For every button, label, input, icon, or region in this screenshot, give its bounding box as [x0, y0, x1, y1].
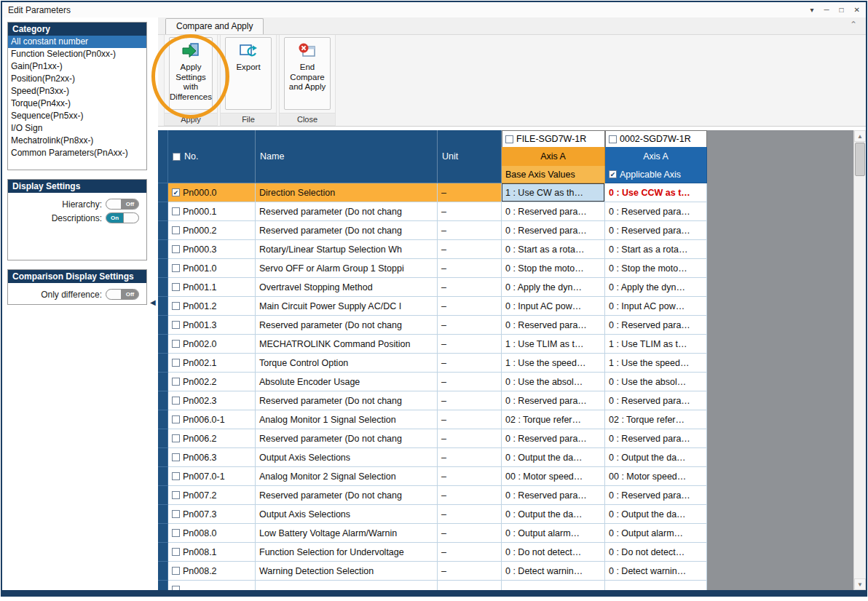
scrollbar-thumb[interactable]: [855, 143, 865, 176]
sidebar-collapse-icon[interactable]: ◀: [150, 298, 156, 306]
row-file-value-cell[interactable]: 0 : Reserved para…: [502, 202, 605, 221]
scroll-down-icon[interactable]: ▼: [854, 578, 866, 590]
row-device-value-cell[interactable]: [605, 581, 707, 590]
row-device-value-cell[interactable]: 0 : Use CCW as t…: [605, 183, 707, 202]
row-device-value-cell[interactable]: 0 : Output the da…: [605, 505, 707, 524]
row-checkbox[interactable]: [172, 548, 180, 556]
row-file-value-cell[interactable]: 0 : Do not detect…: [502, 543, 605, 562]
row-checkbox[interactable]: [172, 434, 180, 442]
category-item[interactable]: Sequence(Pn5xx-): [8, 110, 146, 122]
table-row[interactable]: Pn001.0Servo OFF or Alarm Group 1 Stoppi…: [158, 259, 707, 278]
device-column-checkbox[interactable]: [609, 135, 617, 143]
row-file-value-cell[interactable]: 0 : Output alarm…: [502, 524, 605, 543]
table-row[interactable]: Pn002.2Absolute Encoder Usage–0 : Use th…: [158, 373, 707, 391]
applicable-axis-checkbox[interactable]: ✔: [609, 170, 617, 178]
row-checkbox[interactable]: [172, 491, 180, 499]
row-file-value-cell[interactable]: 0 : Output the da…: [502, 505, 605, 524]
table-row[interactable]: Pn001.1Overtravel Stopping Method–0 : Ap…: [158, 278, 707, 297]
row-checkbox[interactable]: [172, 472, 180, 480]
row-device-value-cell[interactable]: 0 : Start as a rota…: [605, 240, 707, 259]
toggle-switch[interactable]: Off: [106, 289, 139, 300]
row-file-value-cell[interactable]: 1 : Use TLIM as t…: [502, 335, 605, 354]
row-checkbox[interactable]: [172, 529, 180, 537]
row-device-value-cell[interactable]: 0 : Reserved para…: [605, 316, 707, 335]
minimize-icon[interactable]: ─: [824, 6, 829, 14]
row-checkbox[interactable]: [172, 378, 180, 386]
sidebar-splitter[interactable]: ◀: [149, 17, 158, 590]
category-item[interactable]: Function Selection(Pn0xx-): [8, 48, 146, 60]
row-checkbox[interactable]: [172, 283, 180, 291]
row-checkbox[interactable]: [172, 302, 180, 310]
table-row[interactable]: Pn007.2Reserved parameter (Do not chang–…: [158, 486, 707, 505]
row-file-value-cell[interactable]: 02 : Torque refer…: [502, 410, 605, 429]
row-file-value-cell[interactable]: 0 : Reserved para…: [502, 429, 605, 448]
end-compare-and-apply-button[interactable]: End Compare and Apply: [284, 37, 331, 110]
row-device-value-cell[interactable]: 0 : Reserved para…: [605, 221, 707, 240]
row-checkbox[interactable]: [172, 586, 180, 590]
row-file-value-cell[interactable]: [502, 581, 605, 590]
row-checkbox[interactable]: [172, 245, 180, 253]
row-file-value-cell[interactable]: 0 : Use the absol…: [502, 373, 605, 391]
row-device-value-cell[interactable]: 0 : Do not detect…: [605, 543, 707, 562]
row-checkbox[interactable]: [172, 510, 180, 518]
category-item[interactable]: Torque(Pn4xx-): [8, 97, 146, 110]
table-row[interactable]: [158, 581, 707, 590]
row-device-value-cell[interactable]: 0 : Detect warnin…: [605, 562, 707, 581]
row-checkbox[interactable]: [172, 567, 180, 575]
select-all-checkbox[interactable]: [173, 153, 181, 161]
table-row[interactable]: Pn006.2Reserved parameter (Do not chang–…: [158, 429, 707, 448]
row-checkbox[interactable]: [172, 321, 180, 329]
toggle-switch[interactable]: On: [106, 212, 139, 223]
table-row[interactable]: ✔Pn000.0Direction Selection–1 : Use CW a…: [158, 183, 707, 202]
row-checkbox[interactable]: [172, 340, 180, 348]
row-device-value-cell[interactable]: 0 : Reserved para…: [605, 429, 707, 448]
table-row[interactable]: Pn001.2Main Circuit Power Supply AC/DC I…: [158, 297, 707, 316]
row-device-value-cell[interactable]: 0 : Apply the dyn…: [605, 278, 707, 297]
row-device-value-cell[interactable]: 0 : Reserved para…: [605, 202, 707, 221]
row-file-value-cell[interactable]: 0 : Detect warnin…: [502, 562, 605, 581]
category-item[interactable]: Position(Pn2xx-): [8, 73, 146, 85]
table-row[interactable]: Pn007.0-1Analog Monitor 2 Signal Selecti…: [158, 467, 707, 486]
row-device-value-cell[interactable]: 1 : Use the speed…: [605, 354, 707, 373]
row-device-value-cell[interactable]: 0 : Reserved para…: [605, 486, 707, 505]
table-row[interactable]: Pn008.2Warning Detection Selection–0 : D…: [158, 562, 707, 581]
ribbon-collapse-icon[interactable]: ⌃: [850, 20, 857, 30]
row-checkbox[interactable]: [172, 397, 180, 405]
window-menu-icon[interactable]: ▾: [810, 6, 813, 14]
row-file-value-cell[interactable]: 0 : Apply the dyn…: [502, 278, 605, 297]
row-checkbox[interactable]: [172, 415, 180, 423]
row-checkbox[interactable]: ✔: [172, 188, 180, 196]
table-row[interactable]: Pn006.0-1Analog Monitor 1 Signal Selecti…: [158, 410, 707, 429]
table-row[interactable]: Pn002.0MECHATROLINK Command Position–1 :…: [158, 335, 707, 354]
tab-compare-and-apply[interactable]: Compare and Apply: [165, 18, 264, 34]
category-item[interactable]: Speed(Pn3xx-): [8, 85, 146, 97]
table-row[interactable]: Pn000.1Reserved parameter (Do not chang–…: [158, 202, 707, 221]
table-row[interactable]: Pn008.1Function Selection for Undervolta…: [158, 543, 707, 562]
row-file-value-cell[interactable]: 0 : Reserved para…: [502, 221, 605, 240]
export-button[interactable]: Export: [225, 37, 272, 110]
scroll-up-icon[interactable]: ▲: [854, 130, 866, 142]
apply-settings-with-differences-button[interactable]: Apply Settings with Differences: [169, 37, 213, 110]
row-file-value-cell[interactable]: 00 : Motor speed…: [502, 467, 605, 486]
row-file-value-cell[interactable]: 0 : Stop the moto…: [502, 259, 605, 278]
row-device-value-cell[interactable]: 0 : Stop the moto…: [605, 259, 707, 278]
row-device-value-cell[interactable]: 1 : Use TLIM as t…: [605, 335, 707, 354]
file-column-checkbox[interactable]: [505, 135, 513, 143]
table-row[interactable]: Pn002.1Torque Control Option–1 : Use the…: [158, 354, 707, 373]
row-file-value-cell[interactable]: 0 : Reserved para…: [502, 486, 605, 505]
maximize-icon[interactable]: □: [840, 6, 844, 14]
row-device-value-cell[interactable]: 02 : Torque refer…: [605, 410, 707, 429]
row-device-value-cell[interactable]: 0 : Output alarm…: [605, 524, 707, 543]
row-device-value-cell[interactable]: 0 : Reserved para…: [605, 391, 707, 410]
table-row[interactable]: Pn008.0Low Battery Voltage Alarm/Warnin–…: [158, 524, 707, 543]
row-device-value-cell[interactable]: 00 : Motor speed…: [605, 467, 707, 486]
table-row[interactable]: Pn000.2Reserved parameter (Do not chang–…: [158, 221, 707, 240]
row-file-value-cell[interactable]: 0 : Start as a rota…: [502, 240, 605, 259]
row-checkbox[interactable]: [172, 359, 180, 367]
row-file-value-cell[interactable]: 0 : Output the da…: [502, 448, 605, 467]
table-row[interactable]: Pn007.3Output Axis Selections–0 : Output…: [158, 505, 707, 524]
category-item[interactable]: Gain(Pn1xx-): [8, 60, 146, 73]
category-item[interactable]: I/O Sign: [8, 122, 146, 135]
row-checkbox[interactable]: [172, 226, 180, 234]
row-checkbox[interactable]: [172, 453, 180, 461]
